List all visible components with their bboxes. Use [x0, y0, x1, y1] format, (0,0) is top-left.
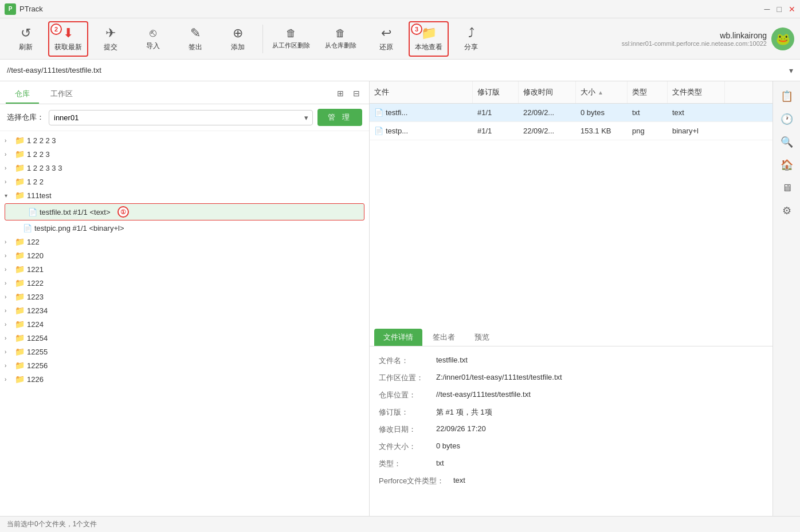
file-tree: › 📁 1 2 2 2 3 › 📁 1 2 2 3 › 📁 1 2 2 3 3 …: [0, 131, 369, 516]
tree-item-1220[interactable]: › 📁 1220: [0, 249, 369, 262]
sidebar-settings-button[interactable]: ⚙: [777, 200, 797, 221]
tree-label-1221: 1221: [27, 265, 44, 274]
tree-item-testpic[interactable]: 📄 testpic.png #1/1 <binary+l>: [0, 222, 369, 235]
path-dropdown-icon[interactable]: ▾: [789, 66, 793, 75]
tree-item-111test[interactable]: ▾ 📁 111test: [0, 188, 369, 202]
tree-item-12255[interactable]: › 📁 12255: [0, 345, 369, 358]
tree-arrow-1224: ›: [5, 321, 13, 328]
detail-value-repo: //test-easy/111test/testfile.txt: [436, 390, 531, 400]
remove-repo-button[interactable]: 🗑 从仓库删除: [317, 21, 364, 57]
remove-workspace-button[interactable]: 🗑 从工作区删除: [268, 21, 315, 57]
tree-arrow-1221: ›: [5, 266, 13, 273]
sidebar-history-button[interactable]: 🕐: [777, 109, 797, 129]
tree-arrow-12256: ›: [5, 362, 13, 369]
submit-label: 提交: [104, 42, 117, 52]
username: wb.linkairong: [622, 31, 767, 40]
col-header-size[interactable]: 大小 ▲: [576, 81, 628, 103]
col-header-type[interactable]: 类型: [628, 81, 668, 103]
view-local-button[interactable]: 3 📁 本地查看: [409, 21, 449, 57]
tree-label-12256: 12256: [27, 361, 48, 370]
maximize-button[interactable]: □: [777, 5, 782, 14]
add-button[interactable]: ⊕ 添加: [218, 21, 258, 57]
detail-tab-preview[interactable]: 预览: [465, 329, 499, 346]
tree-label-1224: 1224: [27, 320, 44, 329]
close-button[interactable]: ✕: [789, 5, 795, 14]
sidebar-warehouse-button[interactable]: 🏠: [777, 155, 797, 175]
list-view-icon[interactable]: ⊞: [334, 86, 347, 100]
checkout-icon: ✎: [190, 26, 201, 41]
remove-workspace-icon: 🗑: [286, 27, 296, 40]
tree-arrow-122333: ›: [5, 165, 13, 171]
tree-item-1223[interactable]: › 📁 1 2 2 3: [0, 147, 369, 161]
tree-item-12254[interactable]: › 📁 12254: [0, 331, 369, 345]
tree-item-12256[interactable]: › 📁 12256: [0, 358, 369, 372]
col-time-label: 修改时间: [523, 87, 553, 97]
file-details: 文件名： testfile.txt 工作区位置： Z:/inner01/test…: [370, 346, 772, 517]
file-row-testfile[interactable]: 📄 testfi... #1/1 22/09/2... 0 bytes txt …: [370, 104, 772, 122]
detail-tab-details[interactable]: 文件详情: [374, 329, 422, 346]
import-button[interactable]: ⎋ 导入: [133, 21, 173, 57]
tab-workspace[interactable]: 工作区: [41, 85, 82, 104]
share-button[interactable]: ⤴ 分享: [451, 21, 491, 57]
tree-item-122f[interactable]: › 📁 122: [0, 235, 369, 249]
get-latest-button[interactable]: 2 ⬇ 获取最新: [48, 21, 88, 57]
file-cell-time-testfile: 22/09/2...: [519, 104, 576, 121]
add-icon: ⊕: [233, 26, 243, 41]
grid-view-icon[interactable]: ⊟: [350, 86, 363, 100]
col-header-time[interactable]: 修改时间: [519, 81, 576, 103]
file-name-1: testfi...: [386, 108, 407, 117]
tree-label-testfile: testfile.txt #1/1 <text>: [40, 208, 111, 216]
revert-button[interactable]: ↩ 还原: [366, 21, 406, 57]
tree-arrow-12223: ›: [5, 137, 13, 144]
tree-item-12234[interactable]: › 📁 12234: [0, 304, 369, 317]
folder-icon-111test: 📁: [15, 191, 25, 200]
detail-label-size: 文件大小：: [379, 442, 436, 452]
checkout-button[interactable]: ✎ 签出: [175, 21, 215, 57]
user-avatar[interactable]: 🐸: [771, 27, 794, 50]
tree-item-122333[interactable]: › 📁 1 2 2 3 3 3: [0, 161, 369, 175]
minimize-button[interactable]: ─: [764, 5, 770, 14]
detail-row-workspace: 工作区位置： Z:/inner01/test-easy/111test/test…: [379, 373, 763, 383]
tree-arrow-1226: ›: [5, 376, 13, 383]
tree-item-testfile[interactable]: 📄 testfile.txt #1/1 <text> ①: [5, 203, 364, 220]
manage-button[interactable]: 管 理: [317, 109, 362, 126]
tree-item-122[interactable]: › 📁 1 2 2: [0, 175, 369, 188]
tree-arrow-12234: ›: [5, 308, 13, 314]
path-input[interactable]: //test-easy/111test/testfile.txt: [7, 66, 785, 74]
tree-item-1226[interactable]: › 📁 1226: [0, 372, 369, 386]
folder-icon-1222: 📁: [15, 278, 25, 287]
detail-label-workspace: 工作区位置：: [379, 373, 436, 383]
tree-label-12254: 12254: [27, 334, 48, 342]
detail-tab-checkout[interactable]: 签出者: [423, 329, 464, 346]
import-label: 导入: [146, 41, 160, 51]
detail-value-filename: testfile.txt: [436, 356, 468, 366]
tree-item-1222[interactable]: › 📁 1222: [0, 276, 369, 290]
tree-item-1224[interactable]: › 📁 1224: [0, 317, 369, 331]
refresh-button[interactable]: ↺ 刷新: [6, 21, 46, 57]
sidebar-monitor-button[interactable]: 🖥: [777, 178, 797, 198]
pathbar: //test-easy/111test/testfile.txt ▾: [0, 60, 800, 81]
col-header-rev[interactable]: 修订版: [473, 81, 519, 103]
sidebar-search-button[interactable]: 🔍: [777, 132, 797, 152]
revert-button-wrap: ↩ 还原: [366, 21, 406, 57]
file-cell-time-testpic: 22/09/2...: [519, 122, 576, 140]
folder-icon-12223: 📁: [15, 136, 25, 145]
sidebar-notes-button[interactable]: 📋: [777, 86, 797, 107]
file-icon-testpic: 📄: [23, 224, 32, 232]
tree-item-12223[interactable]: › 📁 1 2 2 2 3: [0, 133, 369, 147]
left-panel: 仓库 工作区 ⊞ ⊟ 选择仓库： inner01 管 理 › 📁 1 2 2: [0, 81, 370, 516]
col-header-file[interactable]: 文件: [370, 81, 473, 103]
file-list-header: 文件 修订版 修改时间 大小 ▲ 类型 文件类型: [370, 81, 772, 104]
tree-item-1221[interactable]: › 📁 1221: [0, 262, 369, 276]
file-row-testpic[interactable]: 📄 testp... #1/1 22/09/2... 153.1 KB png …: [370, 122, 772, 140]
col-header-filetype[interactable]: 文件类型: [668, 81, 725, 103]
submit-button[interactable]: ✈ 提交: [91, 21, 131, 57]
col-type-label: 类型: [632, 87, 647, 97]
titlebar-controls[interactable]: ─ □ ✕: [764, 5, 795, 14]
repo-dropdown[interactable]: inner01: [49, 110, 313, 125]
tree-item-1223f[interactable]: › 📁 1223: [0, 290, 369, 304]
file-list-spacer: [370, 172, 772, 324]
detail-label-repo: 仓库位置：: [379, 390, 436, 400]
tab-repo[interactable]: 仓库: [6, 85, 39, 104]
tree-label-1220: 1220: [27, 251, 44, 260]
